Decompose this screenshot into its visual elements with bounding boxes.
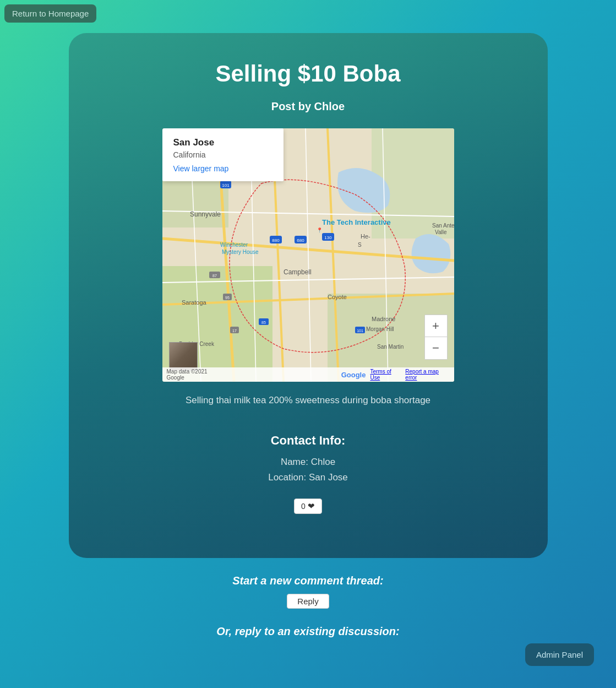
svg-text:San Ante-: San Ante- — [432, 223, 454, 229]
post-description: Selling thai milk tea 200% sweetness dur… — [102, 395, 515, 406]
report-map-error-link[interactable]: Report a map error — [405, 369, 449, 381]
map-zoom-controls: + − — [424, 315, 448, 360]
svg-text:Valle: Valle — [435, 229, 447, 235]
terms-of-use-link[interactable]: Terms of Use — [370, 369, 401, 381]
svg-text:Winchester: Winchester — [220, 242, 248, 248]
contact-location: Location: San Jose — [102, 472, 515, 483]
svg-text:Saratoga: Saratoga — [182, 299, 207, 306]
heart-icon: ❤ — [308, 501, 315, 511]
svg-text:Morgan Hill: Morgan Hill — [366, 326, 394, 332]
svg-text:Mystery House: Mystery House — [222, 249, 259, 255]
svg-text:87: 87 — [212, 274, 217, 278]
like-button[interactable]: 0 ❤ — [294, 499, 322, 514]
map-popup-title: San Jose — [173, 137, 272, 148]
map-footer: Map data ©2021 Google Google Terms of Us… — [162, 367, 454, 382]
post-title: Selling $10 Boba — [102, 61, 515, 87]
svg-text:Coyote: Coyote — [328, 294, 347, 300]
like-count: 0 — [301, 502, 306, 511]
svg-text:📍: 📍 — [317, 227, 323, 234]
svg-text:85: 85 — [261, 321, 266, 324]
svg-text:101: 101 — [222, 183, 230, 188]
svg-text:95: 95 — [225, 296, 230, 300]
zoom-out-button[interactable]: − — [425, 337, 447, 359]
svg-text:17: 17 — [232, 329, 237, 333]
start-comment-heading: Start a new comment thread: — [0, 575, 616, 587]
svg-text:S: S — [358, 242, 362, 248]
svg-text:The Tech Interactive: The Tech Interactive — [322, 218, 391, 226]
existing-discussion-heading: Or, reply to an existing discussion: — [0, 625, 616, 638]
map-container: 101 880 680 130 17 85 95 87 101 The Tech… — [162, 128, 454, 382]
svg-text:Madrone: Madrone — [372, 316, 395, 322]
google-logo: Google — [341, 371, 366, 379]
contact-title: Contact Info: — [102, 434, 515, 448]
svg-text:101: 101 — [357, 329, 363, 333]
svg-text:He-: He- — [361, 233, 370, 240]
svg-text:San Martin: San Martin — [377, 344, 404, 350]
map-popup-subtitle: California — [173, 150, 272, 159]
reply-button[interactable]: Reply — [287, 594, 329, 609]
contact-section: Contact Info: Name: Chloe Location: San … — [102, 434, 515, 514]
svg-text:880: 880 — [272, 238, 280, 243]
return-homepage-button[interactable]: Return to Homepage — [4, 4, 96, 23]
map-popup: San Jose California View larger map — [162, 128, 284, 181]
contact-name: Name: Chloe — [102, 457, 515, 468]
svg-text:Sunnyvale: Sunnyvale — [190, 210, 221, 218]
zoom-in-button[interactable]: + — [425, 315, 447, 337]
comment-section: Start a new comment thread: Reply Or, re… — [0, 558, 616, 656]
main-card: Selling $10 Boba Post by Chloe — [69, 33, 548, 558]
svg-text:130: 130 — [324, 235, 332, 240]
svg-text:Campbell: Campbell — [284, 268, 312, 276]
post-by: Post by Chloe — [102, 100, 515, 113]
admin-panel-button[interactable]: Admin Panel — [525, 643, 594, 666]
svg-text:680: 680 — [297, 238, 304, 243]
map-data-label: Map data ©2021 Google — [167, 369, 224, 381]
map-thumbnail — [169, 342, 198, 371]
view-larger-map-link[interactable]: View larger map — [173, 164, 229, 173]
